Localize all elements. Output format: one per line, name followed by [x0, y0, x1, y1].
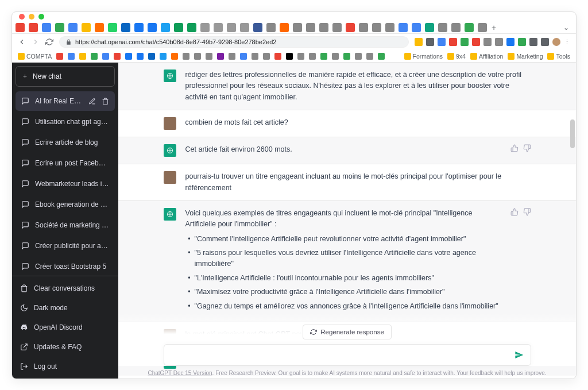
tab-favicon[interactable]: [346, 23, 355, 32]
bookmark-folder[interactable]: Marketing: [508, 53, 543, 60]
extension-icon[interactable]: [529, 38, 537, 46]
bookmark-icon[interactable]: [148, 53, 155, 60]
conversation-item[interactable]: Ebook generation de prospec: [16, 195, 115, 214]
bookmark-icon[interactable]: [343, 53, 350, 60]
conversation-item[interactable]: Utilisation chat gpt agent im: [16, 112, 115, 132]
conversation-item[interactable]: Ecrire article de blog: [16, 133, 115, 152]
extension-icon[interactable]: [483, 38, 492, 46]
conversation-item[interactable]: Ecrire un post Facebook: [16, 153, 115, 173]
browser-menu-icon[interactable]: ⋮: [564, 38, 570, 46]
bookmark-icon[interactable]: [91, 53, 98, 60]
tab-favicon[interactable]: [227, 23, 236, 32]
scrollbar[interactable]: [570, 63, 575, 379]
tab-favicon[interactable]: [174, 23, 183, 32]
tab-favicon[interactable]: [399, 23, 408, 32]
bookmark-folder[interactable]: Tools: [547, 53, 570, 60]
tab-favicon[interactable]: [372, 23, 381, 32]
bookmark-icon[interactable]: [240, 53, 247, 60]
conversation-item[interactable]: Webmarketeur leads immobili: [16, 174, 115, 194]
extension-icon[interactable]: [426, 38, 434, 46]
window-maximize-button[interactable]: [38, 14, 44, 20]
nav-back-button[interactable]: [18, 38, 26, 46]
url-field[interactable]: https://chat.openai.com/chat/c540b08d-8e…: [59, 36, 409, 48]
tab-favicon-active[interactable]: [425, 23, 434, 32]
extension-icon[interactable]: [472, 38, 480, 46]
bookmark-folder[interactable]: COMPTA: [18, 53, 52, 60]
bookmark-icon[interactable]: [171, 53, 178, 60]
bookmark-icon[interactable]: [102, 53, 109, 60]
conversation-item[interactable]: Créer toast Bootstrap 5: [16, 257, 115, 276]
tab-favicon[interactable]: [134, 23, 144, 32]
tab-favicon[interactable]: [55, 23, 64, 32]
extension-icon[interactable]: [461, 38, 469, 46]
nav-reload-button[interactable]: [45, 38, 53, 46]
tab-favicon[interactable]: [253, 23, 262, 32]
bookmark-icon[interactable]: [217, 53, 224, 60]
tab-favicon[interactable]: [412, 23, 421, 32]
tab-favicon[interactable]: [121, 23, 130, 32]
tab-favicon[interactable]: [95, 23, 104, 32]
message-input[interactable]: [164, 344, 531, 366]
version-link[interactable]: ChatGPT Dec 15 Version: [148, 370, 212, 376]
bookmark-folder[interactable]: Formations: [404, 53, 443, 60]
tab-favicon[interactable]: [293, 23, 302, 32]
bookmark-icon[interactable]: [252, 53, 258, 60]
tab-favicon[interactable]: [280, 23, 289, 32]
bookmark-icon[interactable]: [378, 53, 385, 60]
extension-icon[interactable]: [495, 38, 503, 46]
bookmark-icon[interactable]: [297, 53, 304, 60]
tab-favicon[interactable]: [319, 23, 328, 32]
bookmark-icon[interactable]: [274, 53, 281, 60]
logout-button[interactable]: Log out: [12, 357, 118, 376]
bookmark-icon[interactable]: [332, 53, 339, 60]
tab-favicon[interactable]: [214, 23, 223, 32]
tab-favicon[interactable]: [332, 23, 342, 32]
tab-favicon[interactable]: [465, 23, 474, 32]
bookmark-icon[interactable]: [79, 53, 86, 60]
tab-favicon[interactable]: [240, 23, 249, 32]
bookmark-icon[interactable]: [366, 53, 373, 60]
regenerate-button[interactable]: Regenerate response: [303, 325, 392, 339]
clear-conversations-button[interactable]: Clear conversations: [12, 279, 118, 298]
updates-button[interactable]: Updates & FAQ: [12, 337, 118, 357]
bookmark-icon[interactable]: [263, 53, 270, 60]
tab-favicon[interactable]: [82, 23, 91, 32]
tab-favicon[interactable]: [108, 23, 117, 32]
conversation-item[interactable]: Société de marketing immobi: [16, 215, 115, 235]
conversation-item[interactable]: Créer publicité pour agent im: [16, 236, 115, 256]
dark-mode-button[interactable]: Dark mode: [12, 298, 118, 318]
extension-icon[interactable]: [541, 38, 549, 46]
bookmark-icon[interactable]: [137, 53, 144, 60]
bookmark-icon[interactable]: [355, 53, 362, 60]
tabs-overflow-icon[interactable]: ⌄: [560, 24, 572, 32]
bookmark-icon[interactable]: [125, 53, 132, 60]
extension-icon[interactable]: [518, 38, 526, 46]
thumbs-up-icon[interactable]: [510, 144, 519, 157]
tab-favicon[interactable]: [266, 23, 276, 32]
extension-icon[interactable]: [415, 38, 423, 46]
profile-avatar[interactable]: [552, 38, 560, 46]
conversation-item[interactable]: AI for Real Estate: [16, 91, 115, 111]
new-chat-button[interactable]: + New chat: [16, 66, 115, 87]
bookmark-icon[interactable]: [286, 53, 293, 60]
bookmark-folder[interactable]: Affiliation: [470, 53, 503, 60]
bookmark-icon[interactable]: [68, 53, 75, 60]
tab-favicon[interactable]: [451, 23, 461, 32]
scrollbar-thumb[interactable]: [570, 119, 575, 148]
tab-favicon[interactable]: [16, 23, 25, 32]
window-minimize-button[interactable]: [29, 14, 34, 20]
extension-icon[interactable]: [506, 38, 514, 46]
new-tab-button[interactable]: +: [492, 23, 496, 32]
thumbs-down-icon[interactable]: [523, 208, 531, 315]
nav-forward-button[interactable]: [32, 38, 40, 46]
tab-favicon[interactable]: [478, 23, 487, 32]
discord-button[interactable]: OpenAI Discord: [12, 318, 118, 337]
extension-icon[interactable]: [438, 38, 446, 46]
bookmark-icon[interactable]: [160, 53, 167, 60]
send-icon[interactable]: [514, 350, 524, 360]
bookmark-icon[interactable]: [320, 53, 327, 60]
tab-favicon[interactable]: [385, 23, 394, 32]
bookmark-icon[interactable]: [183, 53, 189, 60]
delete-icon[interactable]: [102, 98, 109, 105]
bookmark-icon[interactable]: [194, 53, 201, 60]
